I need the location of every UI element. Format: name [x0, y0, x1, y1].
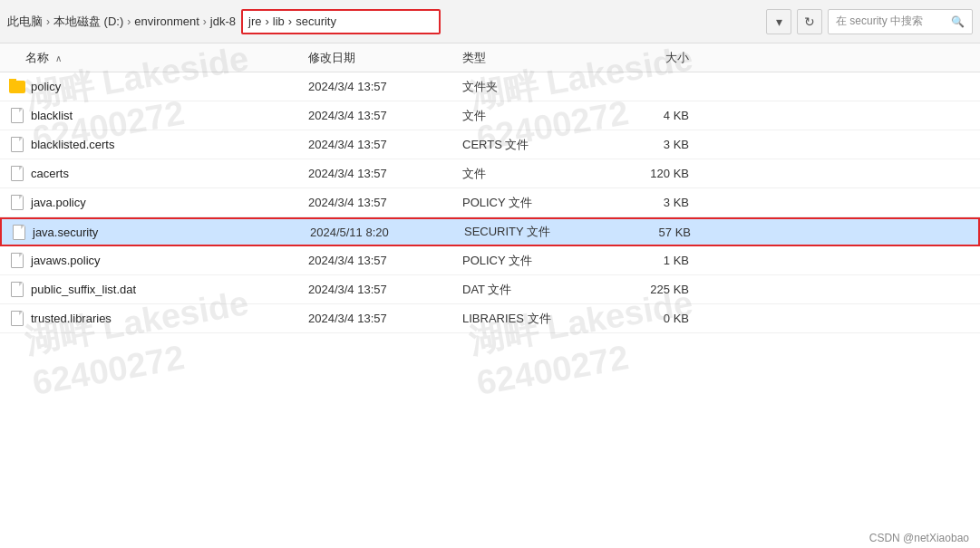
file-icon-wrapper [9, 195, 25, 211]
toolbar-right: ▾ ↻ 在 security 中搜索 🔍 [766, 9, 973, 34]
bottom-area [0, 333, 980, 548]
file-date-cell: 2024/3/4 13:57 [308, 254, 462, 267]
file-name-label: java.policy [31, 196, 86, 209]
table-row[interactable]: trusted.libraries 2024/3/4 13:57 LIBRARI… [0, 304, 980, 333]
file-name-cell: cacerts [0, 166, 308, 182]
file-name-label: javaws.policy [31, 254, 101, 267]
table-row[interactable]: cacerts 2024/3/4 13:57 文件 120 KB [0, 159, 980, 188]
file-date-cell: 2024/3/4 13:57 [308, 109, 462, 122]
file-date-cell: 2024/5/11 8:20 [310, 226, 464, 239]
address-bar[interactable]: jre › lib › security [241, 9, 441, 34]
file-name-label: blacklisted.certs [31, 138, 114, 151]
file-type-cell: 文件 [462, 166, 616, 182]
file-icon-wrapper [9, 137, 25, 153]
file-name-cell: blacklisted.certs [0, 137, 308, 153]
breadcrumb-jdk[interactable]: jdk-8 [210, 14, 236, 28]
file-name-cell: public_suffix_list.dat [0, 282, 308, 298]
breadcrumb[interactable]: 此电脑 › 本地磁盘 (D:) › environment › jdk-8 [7, 14, 236, 30]
table-row[interactable]: java.policy 2024/3/4 13:57 POLICY 文件 3 K… [0, 188, 980, 217]
toolbar: 此电脑 › 本地磁盘 (D:) › environment › jdk-8 jr… [0, 0, 980, 43]
file-icon-wrapper [11, 224, 27, 240]
file-name-cell: trusted.libraries [0, 311, 308, 327]
column-header: 名称 ∧ 修改日期 类型 大小 [0, 43, 980, 72]
file-type-cell: SECURITY 文件 [464, 224, 618, 240]
col-size-header[interactable]: 大小 [616, 50, 707, 66]
file-name-label: trusted.libraries [31, 312, 112, 325]
table-row[interactable]: blacklisted.certs 2024/3/4 13:57 CERTS 文… [0, 130, 980, 159]
file-name-cell: javaws.policy [0, 253, 308, 269]
col-date-header[interactable]: 修改日期 [308, 50, 462, 66]
table-row[interactable]: javaws.policy 2024/3/4 13:57 POLICY 文件 1… [0, 246, 980, 275]
breadcrumb-drive[interactable]: 本地磁盘 (D:) [53, 14, 123, 30]
folder-icon [9, 81, 25, 93]
file-size-cell: 3 KB [616, 138, 707, 151]
file-icon [11, 253, 24, 268]
file-name-cell: blacklist [0, 108, 308, 124]
addr-sep1: › [265, 14, 268, 28]
file-date-cell: 2024/3/4 13:57 [308, 138, 462, 151]
file-icon [11, 195, 24, 210]
file-icon-wrapper [9, 282, 25, 298]
file-type-cell: POLICY 文件 [462, 195, 616, 211]
search-placeholder: 在 security 中搜索 [836, 14, 923, 29]
file-type-cell: DAT 文件 [462, 282, 616, 298]
file-list: policy 2024/3/4 13:57 文件夹 blacklist 2024… [0, 72, 980, 333]
file-icon [11, 166, 24, 181]
dropdown-btn[interactable]: ▾ [766, 9, 791, 34]
addr-lib: lib [273, 14, 285, 28]
file-date-cell: 2024/3/4 13:57 [308, 196, 462, 209]
file-name-label: java.security [33, 226, 98, 239]
file-type-cell: CERTS 文件 [462, 137, 616, 153]
col-type-header[interactable]: 类型 [462, 50, 616, 66]
search-icon: 🔍 [951, 15, 965, 28]
main-content: 名称 ∧ 修改日期 类型 大小 policy 2024/3/4 13:57 文件… [0, 43, 980, 548]
table-row[interactable]: java.security 2024/5/11 8:20 SECURITY 文件… [0, 217, 980, 246]
file-date-cell: 2024/3/4 13:57 [308, 312, 462, 325]
file-size-cell: 3 KB [616, 196, 707, 209]
file-type-cell: LIBRARIES 文件 [462, 311, 616, 327]
file-name-cell: java.security [2, 224, 310, 240]
file-name-label: policy [31, 80, 61, 93]
file-name-label: blacklist [31, 109, 73, 122]
table-row[interactable]: public_suffix_list.dat 2024/3/4 13:57 DA… [0, 275, 980, 304]
addr-jre: jre [248, 14, 261, 28]
file-type-cell: POLICY 文件 [462, 253, 616, 269]
table-row[interactable]: policy 2024/3/4 13:57 文件夹 [0, 72, 980, 101]
file-name-cell: policy [0, 79, 308, 95]
file-icon-wrapper [9, 253, 25, 269]
file-icon [11, 108, 24, 123]
file-size-cell: 57 KB [618, 226, 709, 239]
addr-security: security [296, 14, 336, 28]
file-icon [13, 225, 25, 240]
file-date-cell: 2024/3/4 13:57 [308, 167, 462, 180]
file-type-cell: 文件夹 [462, 79, 616, 95]
address-bar-text: jre › lib › security [248, 14, 336, 28]
breadcrumb-pc[interactable]: 此电脑 [7, 14, 43, 30]
file-icon [11, 137, 24, 152]
file-size-cell: 4 KB [616, 109, 707, 122]
addr-sep2: › [288, 14, 292, 28]
refresh-btn[interactable]: ↻ [797, 9, 822, 34]
breadcrumb-env[interactable]: environment [134, 14, 199, 28]
file-date-cell: 2024/3/4 13:57 [308, 80, 462, 93]
file-date-cell: 2024/3/4 13:57 [308, 283, 462, 296]
file-icon-wrapper [9, 166, 25, 182]
sep-3: › [203, 15, 207, 28]
sep-2: › [127, 15, 131, 28]
col-name-header[interactable]: 名称 ∧ [0, 50, 308, 66]
file-icon [11, 311, 24, 326]
file-name-label: cacerts [31, 167, 69, 180]
sep-1: › [46, 15, 50, 28]
file-area: 名称 ∧ 修改日期 类型 大小 policy 2024/3/4 13:57 文件… [0, 43, 980, 548]
file-type-cell: 文件 [462, 108, 616, 124]
file-size-cell: 120 KB [616, 167, 707, 180]
file-icon-wrapper [9, 311, 25, 327]
file-size-cell: 0 KB [616, 312, 707, 325]
sort-arrow: ∧ [55, 53, 62, 63]
file-name-label: public_suffix_list.dat [31, 283, 136, 296]
table-row[interactable]: blacklist 2024/3/4 13:57 文件 4 KB [0, 101, 980, 130]
footer-credit: CSDN @netXiaobao [859, 528, 980, 548]
file-name-cell: java.policy [0, 195, 308, 211]
search-box[interactable]: 在 security 中搜索 🔍 [828, 9, 973, 34]
file-icon-wrapper [9, 108, 25, 124]
